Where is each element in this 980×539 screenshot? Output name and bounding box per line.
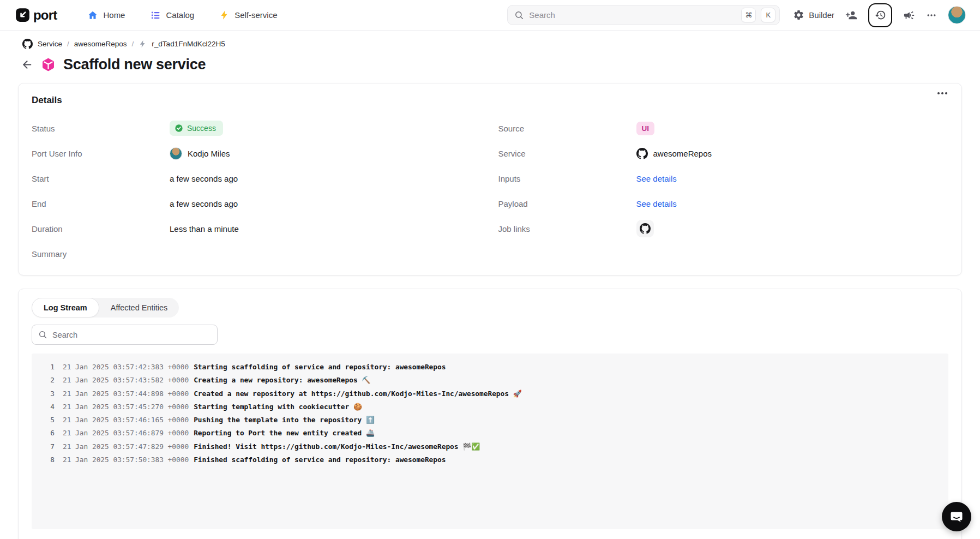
ellipsis-icon [926,10,937,21]
breadcrumb-entity[interactable]: awesomeRepos [74,40,127,48]
github-icon [636,148,648,159]
detail-row-end: End a few seconds ago [32,191,482,216]
log-line-number: 3 [41,387,55,400]
tab-log-stream[interactable]: Log Stream [32,298,99,318]
status-badge-label: Success [187,124,216,133]
log-message: Finished! Visit https://github.com/Kodjo… [194,440,480,453]
nav-catalog-label: Catalog [166,10,194,20]
tab-affected-entities[interactable]: Affected Entities [99,298,179,317]
log-line: 8 21 Jan 2025 03:57:50:383 +0000 Finishe… [32,453,948,466]
log-message: Finished scaffolding of service and repo… [194,453,446,466]
log-line: 2 21 Jan 2025 03:57:43:582 +0000 Creatin… [32,374,948,387]
user-avatar[interactable] [948,6,966,24]
k-keycap: K [761,8,775,22]
detail-row-start: Start a few seconds ago [32,166,482,191]
detail-row-status: Status Success [32,116,482,141]
inputs-label: Inputs [498,174,636,183]
detail-row-source: Source UI [498,116,949,141]
log-line: 6 21 Jan 2025 03:57:46:879 +0000 Reporti… [32,427,948,440]
details-right-column: Source UI Service awesomeRepos Inputs Se… [498,116,949,266]
detail-row-joblinks: Job links [498,216,949,241]
log-message: Pushing the template into the repository… [194,414,375,427]
payload-label: Payload [498,199,636,208]
inputs-see-details-link[interactable]: See details [636,174,677,183]
port-logo-icon [15,8,30,22]
log-line-number: 6 [41,427,55,440]
log-line: 4 21 Jan 2025 03:57:45:270 +0000 Startin… [32,400,948,414]
more-menu-button[interactable] [926,10,937,21]
lightning-icon [219,10,230,20]
chat-icon [949,509,964,524]
back-button[interactable] [21,58,33,71]
search-icon [514,10,524,20]
log-search[interactable] [32,325,218,345]
payload-see-details-link[interactable]: See details [636,199,677,208]
global-search[interactable]: ⌘ K [507,5,780,25]
log-line-number: 2 [41,374,55,387]
details-card: Details Status Success Port User Info [18,83,962,276]
job-link-github-button[interactable] [636,220,654,237]
chat-launcher-button[interactable] [942,502,971,531]
log-tabs: Log Stream Affected Entities [32,298,179,318]
source-badge: UI [636,122,655,135]
log-line-number: 8 [41,453,55,466]
source-label: Source [498,124,636,133]
details-grid: Status Success Port User Info Kodjo Mile… [32,116,948,266]
log-message: Starting templating with cookiecutter 🍪 [194,400,362,414]
search-icon [38,330,47,339]
port-logo[interactable]: port [15,8,57,23]
log-line-number: 5 [41,414,55,427]
nav-self-service[interactable]: Self-service [219,10,277,20]
runs-history-button[interactable] [868,3,892,27]
log-line: 3 21 Jan 2025 03:57:44:898 +0000 Created… [32,387,948,400]
builder-button[interactable]: Builder [793,9,834,21]
log-line-number: 1 [41,361,55,374]
start-value: a few seconds ago [170,174,238,183]
github-icon [640,223,651,234]
announcements-button[interactable] [903,9,915,21]
global-search-input[interactable] [529,10,736,20]
log-timestamp: 21 Jan 2025 03:57:42:383 +0000 [63,361,189,374]
log-message: Starting scaffolding of service and repo… [194,361,446,374]
details-menu-button[interactable] [937,92,947,94]
nav-self-service-label: Self-service [235,10,277,20]
check-circle-icon [175,124,183,133]
home-icon [87,10,98,21]
start-label: Start [32,174,170,183]
gear-icon [793,9,804,21]
summary-label: Summary [32,249,170,259]
duration-value: Less than a minute [170,224,239,233]
duration-label: Duration [32,224,170,233]
detail-row-payload: Payload See details [498,191,949,216]
log-timestamp: 21 Jan 2025 03:57:47:829 +0000 [63,440,189,453]
breadcrumb-service[interactable]: Service [38,40,62,48]
github-icon [22,39,33,49]
user-label: Port User Info [32,149,170,158]
service-name[interactable]: awesomeRepos [653,149,712,158]
breadcrumb: Service / awesomeRepos / r_dTad1FnMdKcl2… [0,31,980,49]
breadcrumb-separator: / [132,40,134,48]
top-navbar: port Home Catalog Self-service ⌘ K [0,0,980,31]
run-lightning-icon [139,40,147,48]
log-timestamp: 21 Jan 2025 03:57:45:270 +0000 [63,400,189,414]
brand-name: port [33,8,57,23]
end-value: a few seconds ago [170,199,238,208]
breadcrumb-run-id[interactable]: r_dTad1FnMdKcl22H5 [152,40,225,48]
action-cube-icon [41,57,56,72]
invite-users-button[interactable] [845,9,857,21]
joblinks-label: Job links [498,224,636,233]
log-line: 7 21 Jan 2025 03:57:47:829 +0000 Finishe… [32,440,948,453]
person-add-icon [845,9,857,21]
detail-row-service: Service awesomeRepos [498,141,949,166]
nav-home[interactable]: Home [87,10,125,21]
detail-row-inputs: Inputs See details [498,166,949,191]
nav-catalog[interactable]: Catalog [150,10,194,21]
user-name: Kodjo Miles [188,149,230,158]
log-message: Creating a new repository: awesomeRepos … [194,374,370,387]
log-stream[interactable]: 1 21 Jan 2025 03:57:42:383 +0000 Startin… [32,354,948,529]
service-label: Service [498,149,636,158]
builder-label: Builder [809,10,834,20]
page-title: Scaffold new service [63,56,206,73]
history-icon [875,9,886,21]
log-search-input[interactable] [52,331,211,339]
